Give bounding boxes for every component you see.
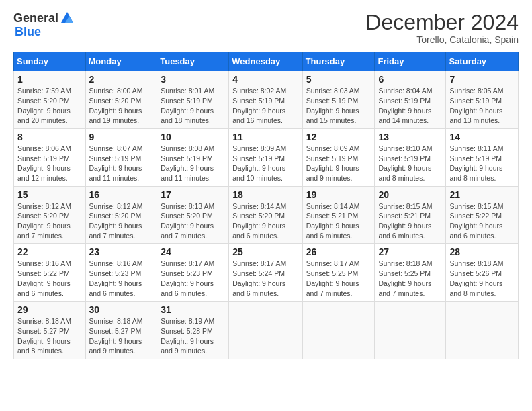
day-number: 9 bbox=[89, 132, 154, 142]
day-info: Sunrise: 8:03 AM Sunset: 5:19 PM Dayligh… bbox=[306, 86, 371, 126]
day-number: 28 bbox=[449, 246, 515, 257]
logo-general: General bbox=[13, 12, 58, 24]
sunset: Sunset: 5:26 PM bbox=[449, 269, 502, 277]
sunrise: Sunrise: 8:12 AM bbox=[17, 202, 71, 210]
calendar-cell: 5 Sunrise: 8:03 AM Sunset: 5:19 PM Dayli… bbox=[302, 71, 375, 129]
sunrise: Sunrise: 7:59 AM bbox=[17, 87, 71, 95]
day-info: Sunrise: 8:08 AM Sunset: 5:19 PM Dayligh… bbox=[161, 144, 225, 183]
day-info: Sunrise: 8:14 AM Sunset: 5:21 PM Dayligh… bbox=[306, 201, 371, 241]
calendar-cell: 6 Sunrise: 8:04 AM Sunset: 5:19 PM Dayli… bbox=[375, 71, 446, 129]
day-info: Sunrise: 8:09 AM Sunset: 5:19 PM Dayligh… bbox=[232, 144, 298, 183]
daylight: Daylight: 9 hours and 12 minutes. bbox=[17, 164, 71, 182]
logo-blue: Blue bbox=[15, 26, 41, 38]
daylight: Daylight: 9 hours and 18 minutes. bbox=[161, 107, 214, 125]
sunrise: Sunrise: 8:11 AM bbox=[449, 144, 503, 152]
sunrise: Sunrise: 8:08 AM bbox=[161, 144, 214, 152]
daylight: Daylight: 9 hours and 20 minutes. bbox=[17, 107, 71, 125]
day-info: Sunrise: 8:16 AM Sunset: 5:22 PM Dayligh… bbox=[17, 259, 82, 298]
sunrise: Sunrise: 8:09 AM bbox=[232, 144, 286, 152]
calendar-cell: 24 Sunrise: 8:17 AM Sunset: 5:23 PM Dayl… bbox=[157, 244, 229, 302]
calendar-week-3: 15 Sunrise: 8:12 AM Sunset: 5:20 PM Dayl… bbox=[14, 186, 519, 244]
day-number: 12 bbox=[306, 132, 371, 142]
sunrise: Sunrise: 8:14 AM bbox=[306, 202, 360, 210]
sunrise: Sunrise: 8:17 AM bbox=[232, 259, 286, 267]
sunset: Sunset: 5:21 PM bbox=[306, 212, 359, 220]
sunset: Sunset: 5:22 PM bbox=[449, 212, 502, 220]
daylight: Daylight: 9 hours and 14 minutes. bbox=[378, 107, 431, 125]
daylight: Daylight: 9 hours and 9 minutes. bbox=[161, 337, 214, 355]
day-number: 19 bbox=[306, 189, 371, 200]
sunrise: Sunrise: 8:10 AM bbox=[378, 144, 432, 152]
daylight: Daylight: 9 hours and 6 minutes. bbox=[161, 279, 214, 298]
calendar-cell: 19 Sunrise: 8:14 AM Sunset: 5:21 PM Dayl… bbox=[302, 186, 375, 244]
calendar-cell: 10 Sunrise: 8:08 AM Sunset: 5:19 PM Dayl… bbox=[157, 128, 229, 186]
sunset: Sunset: 5:19 PM bbox=[449, 97, 502, 105]
header-wednesday: Wednesday bbox=[229, 52, 302, 71]
header-thursday: Thursday bbox=[302, 52, 375, 71]
sunset: Sunset: 5:24 PM bbox=[232, 269, 285, 277]
sunset: Sunset: 5:25 PM bbox=[306, 269, 359, 277]
day-number: 31 bbox=[161, 304, 225, 315]
calendar-cell: 2 Sunrise: 8:00 AM Sunset: 5:20 PM Dayli… bbox=[85, 71, 157, 129]
daylight: Daylight: 9 hours and 6 minutes. bbox=[232, 279, 285, 298]
header-monday: Monday bbox=[85, 52, 157, 71]
calendar-cell: 30 Sunrise: 8:18 AM Sunset: 5:27 PM Dayl… bbox=[85, 302, 157, 359]
sunset: Sunset: 5:19 PM bbox=[161, 97, 213, 105]
calendar-cell bbox=[302, 302, 375, 359]
day-info: Sunrise: 8:02 AM Sunset: 5:19 PM Dayligh… bbox=[232, 86, 298, 126]
daylight: Daylight: 9 hours and 6 minutes. bbox=[378, 222, 431, 240]
day-number: 26 bbox=[306, 246, 371, 257]
daylight: Daylight: 9 hours and 7 minutes. bbox=[17, 222, 71, 240]
day-info: Sunrise: 8:11 AM Sunset: 5:19 PM Dayligh… bbox=[449, 144, 515, 183]
calendar-cell: 9 Sunrise: 8:07 AM Sunset: 5:19 PM Dayli… bbox=[85, 128, 157, 186]
sunrise: Sunrise: 8:18 AM bbox=[449, 259, 503, 267]
day-number: 8 bbox=[17, 132, 82, 142]
day-info: Sunrise: 8:17 AM Sunset: 5:23 PM Dayligh… bbox=[161, 259, 225, 298]
calendar-cell: 17 Sunrise: 8:13 AM Sunset: 5:20 PM Dayl… bbox=[157, 186, 229, 244]
sunset: Sunset: 5:19 PM bbox=[232, 154, 285, 163]
calendar-cell: 22 Sunrise: 8:16 AM Sunset: 5:22 PM Dayl… bbox=[14, 244, 86, 302]
daylight: Daylight: 9 hours and 6 minutes. bbox=[306, 222, 359, 240]
calendar-cell: 4 Sunrise: 8:02 AM Sunset: 5:19 PM Dayli… bbox=[229, 71, 302, 129]
sunrise: Sunrise: 8:18 AM bbox=[89, 317, 143, 325]
calendar-cell: 8 Sunrise: 8:06 AM Sunset: 5:19 PM Dayli… bbox=[14, 128, 86, 186]
daylight: Daylight: 9 hours and 11 minutes. bbox=[89, 164, 142, 182]
calendar-week-4: 22 Sunrise: 8:16 AM Sunset: 5:22 PM Dayl… bbox=[14, 244, 519, 302]
day-info: Sunrise: 8:18 AM Sunset: 5:26 PM Dayligh… bbox=[449, 259, 515, 298]
day-info: Sunrise: 8:01 AM Sunset: 5:19 PM Dayligh… bbox=[161, 86, 225, 126]
calendar-cell: 12 Sunrise: 8:09 AM Sunset: 5:19 PM Dayl… bbox=[302, 128, 375, 186]
calendar-cell: 16 Sunrise: 8:12 AM Sunset: 5:20 PM Dayl… bbox=[85, 186, 157, 244]
sunrise: Sunrise: 8:07 AM bbox=[89, 144, 143, 152]
page: General Blue December 2024 Torello, Cata… bbox=[0, 0, 532, 411]
sunset: Sunset: 5:20 PM bbox=[232, 212, 285, 220]
day-number: 15 bbox=[17, 189, 82, 200]
day-number: 4 bbox=[232, 74, 298, 85]
day-number: 21 bbox=[449, 189, 515, 200]
day-number: 23 bbox=[89, 246, 154, 257]
sunset: Sunset: 5:27 PM bbox=[89, 327, 142, 335]
sunrise: Sunrise: 8:17 AM bbox=[161, 259, 214, 267]
calendar-cell: 1 Sunrise: 7:59 AM Sunset: 5:20 PM Dayli… bbox=[14, 71, 86, 129]
daylight: Daylight: 9 hours and 8 minutes. bbox=[378, 164, 431, 182]
daylight: Daylight: 9 hours and 6 minutes. bbox=[232, 222, 285, 240]
day-number: 5 bbox=[306, 74, 371, 85]
day-number: 30 bbox=[89, 304, 154, 315]
page-subtitle: Torello, Catalonia, Spain bbox=[365, 34, 519, 45]
daylight: Daylight: 9 hours and 8 minutes. bbox=[17, 337, 71, 355]
day-info: Sunrise: 8:10 AM Sunset: 5:19 PM Dayligh… bbox=[378, 144, 442, 183]
calendar-cell: 21 Sunrise: 8:15 AM Sunset: 5:22 PM Dayl… bbox=[446, 186, 519, 244]
day-number: 2 bbox=[89, 74, 154, 85]
day-number: 17 bbox=[161, 189, 225, 200]
sunrise: Sunrise: 8:18 AM bbox=[17, 317, 71, 325]
daylight: Daylight: 9 hours and 10 minutes. bbox=[232, 164, 285, 182]
calendar-table: Sunday Monday Tuesday Wednesday Thursday… bbox=[13, 52, 519, 359]
sunset: Sunset: 5:28 PM bbox=[161, 327, 213, 335]
daylight: Daylight: 9 hours and 8 minutes. bbox=[449, 164, 502, 182]
sunset: Sunset: 5:23 PM bbox=[161, 269, 213, 277]
calendar-header-row: Sunday Monday Tuesday Wednesday Thursday… bbox=[14, 52, 519, 71]
day-number: 3 bbox=[161, 74, 225, 85]
calendar-week-1: 1 Sunrise: 7:59 AM Sunset: 5:20 PM Dayli… bbox=[14, 71, 519, 129]
header: General Blue December 2024 Torello, Cata… bbox=[13, 11, 519, 45]
sunset: Sunset: 5:19 PM bbox=[306, 97, 359, 105]
sunrise: Sunrise: 8:17 AM bbox=[306, 259, 360, 267]
